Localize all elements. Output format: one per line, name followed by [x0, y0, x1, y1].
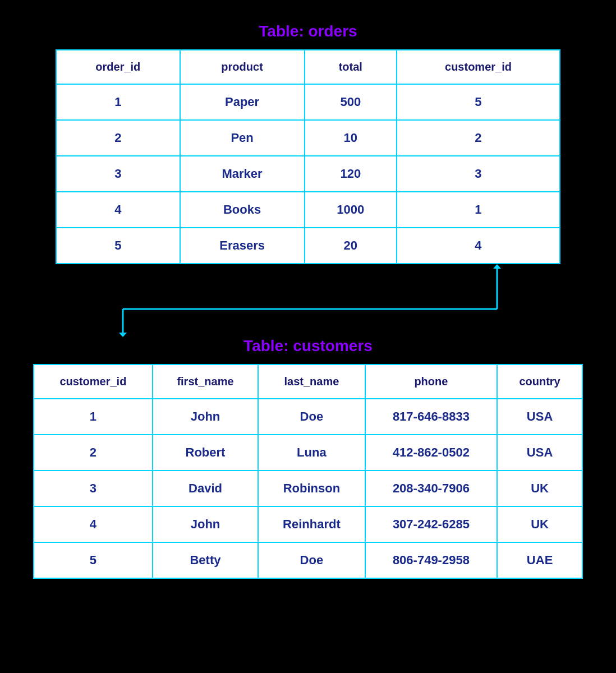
orders-row-1: 1Paper5005	[56, 84, 560, 120]
orders-col-product: product	[180, 50, 305, 84]
orders-cell-1-2: 10	[305, 120, 397, 156]
orders-cell-0-0: 1	[56, 84, 180, 120]
customers-title: Table: customers	[33, 337, 583, 355]
orders-title: Table: orders	[56, 22, 560, 40]
svg-marker-4	[119, 333, 127, 337]
customers-cell-0-3: 817-646-8833	[365, 399, 498, 435]
orders-cell-2-0: 3	[56, 156, 180, 192]
orders-cell-3-3: 1	[397, 192, 560, 228]
orders-cell-0-2: 500	[305, 84, 397, 120]
orders-cell-3-1: Books	[180, 192, 305, 228]
orders-row-4: 4Books10001	[56, 192, 560, 228]
customers-cell-4-0: 5	[34, 542, 153, 578]
customers-cell-4-1: Betty	[153, 542, 258, 578]
customers-cell-3-0: 4	[34, 506, 153, 542]
orders-row-2: 2Pen102	[56, 120, 560, 156]
connector-area	[33, 264, 583, 337]
customers-cell-2-0: 3	[34, 471, 153, 506]
orders-cell-1-1: Pen	[180, 120, 305, 156]
customers-cell-4-2: Doe	[258, 542, 365, 578]
customers-table: customer_idfirst_namelast_namephonecount…	[33, 364, 583, 579]
customers-row-3: 3DavidRobinson208-340-7906UK	[34, 471, 582, 506]
orders-header-row: order_idproducttotalcustomer_id	[56, 50, 560, 84]
orders-cell-0-3: 5	[397, 84, 560, 120]
orders-cell-2-2: 120	[305, 156, 397, 192]
customers-cell-3-4: UK	[497, 506, 582, 542]
orders-cell-4-2: 20	[305, 228, 397, 264]
customers-cell-3-1: John	[153, 506, 258, 542]
customers-row-4: 4JohnReinhardt307-242-6285UK	[34, 506, 582, 542]
customers-cell-1-1: Robert	[153, 435, 258, 471]
orders-cell-2-3: 3	[397, 156, 560, 192]
customers-cell-0-2: Doe	[258, 399, 365, 435]
orders-row-3: 3Marker1203	[56, 156, 560, 192]
customers-col-customer_id: customer_id	[34, 365, 153, 399]
customers-cell-1-2: Luna	[258, 435, 365, 471]
orders-section: Table: orders order_idproducttotalcustom…	[56, 22, 560, 264]
customers-row-2: 2RobertLuna412-862-0502USA	[34, 435, 582, 471]
orders-col-total: total	[305, 50, 397, 84]
customers-cell-1-3: 412-862-0502	[365, 435, 498, 471]
customers-cell-0-1: John	[153, 399, 258, 435]
orders-col-order_id: order_id	[56, 50, 180, 84]
orders-col-customer_id: customer_id	[397, 50, 560, 84]
orders-cell-2-1: Marker	[180, 156, 305, 192]
customers-section: Table: customers customer_idfirst_namela…	[33, 337, 583, 579]
customers-col-country: country	[497, 365, 582, 399]
customers-cell-0-4: USA	[497, 399, 582, 435]
customers-col-last_name: last_name	[258, 365, 365, 399]
customers-cell-3-2: Reinhardt	[258, 506, 365, 542]
orders-cell-1-0: 2	[56, 120, 180, 156]
customers-cell-2-2: Robinson	[258, 471, 365, 506]
customers-cell-1-4: USA	[497, 435, 582, 471]
orders-cell-1-3: 2	[397, 120, 560, 156]
orders-cell-4-0: 5	[56, 228, 180, 264]
orders-cell-3-0: 4	[56, 192, 180, 228]
orders-cell-3-2: 1000	[305, 192, 397, 228]
customers-cell-2-4: UK	[497, 471, 582, 506]
customers-cell-2-3: 208-340-7906	[365, 471, 498, 506]
customers-col-phone: phone	[365, 365, 498, 399]
customers-cell-4-3: 806-749-2958	[365, 542, 498, 578]
customers-col-first_name: first_name	[153, 365, 258, 399]
customers-cell-0-0: 1	[34, 399, 153, 435]
customers-header-row: customer_idfirst_namelast_namephonecount…	[34, 365, 582, 399]
customers-cell-3-3: 307-242-6285	[365, 506, 498, 542]
orders-row-5: 5Erasers204	[56, 228, 560, 264]
customers-cell-4-4: UAE	[497, 542, 582, 578]
orders-table: order_idproducttotalcustomer_id 1Paper50…	[56, 49, 560, 264]
orders-cell-4-1: Erasers	[180, 228, 305, 264]
connector-svg	[33, 264, 583, 337]
customers-row-1: 1JohnDoe817-646-8833USA	[34, 399, 582, 435]
customers-cell-2-1: David	[153, 471, 258, 506]
orders-cell-0-1: Paper	[180, 84, 305, 120]
customers-row-5: 5BettyDoe806-749-2958UAE	[34, 542, 582, 578]
svg-marker-1	[493, 264, 501, 269]
customers-cell-1-0: 2	[34, 435, 153, 471]
orders-cell-4-3: 4	[397, 228, 560, 264]
